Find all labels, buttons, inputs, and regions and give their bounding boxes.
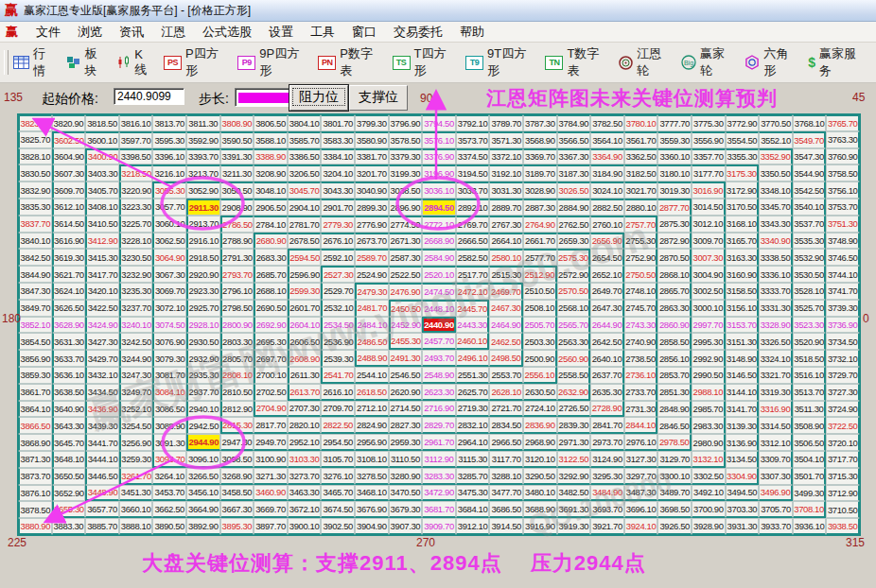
matrix-cell[interactable]: 3009.70 [692, 233, 726, 250]
matrix-cell[interactable]: 3595.30 [152, 131, 186, 148]
matrix-cell[interactable]: 3182.50 [624, 164, 658, 182]
matrix-cell[interactable]: 3520.90 [793, 333, 827, 350]
matrix-cell[interactable]: 3544.90 [793, 164, 827, 182]
matrix-cell[interactable]: 3547.30 [793, 148, 827, 165]
matrix-cell[interactable]: 3072.10 [152, 300, 186, 317]
matrix-cell[interactable]: 3396.10 [152, 148, 186, 165]
matrix-cell[interactable]: 3232.90 [119, 266, 153, 283]
matrix-cell[interactable]: 3422.50 [85, 300, 119, 317]
matrix-cell[interactable]: 3271.30 [254, 468, 288, 485]
matrix-cell[interactable]: 3441.70 [85, 434, 119, 451]
matrix-cell[interactable]: 3324.10 [759, 350, 793, 367]
matrix-cell[interactable]: 2877.70 [657, 199, 692, 216]
matrix-cell[interactable]: 3768.10 [793, 114, 827, 131]
matrix-cell[interactable]: 3307.30 [759, 468, 793, 485]
matrix-cell[interactable]: 3340.90 [759, 233, 793, 250]
matrix-cell[interactable]: 3412.90 [85, 233, 119, 250]
matrix-cell[interactable]: 3698.50 [657, 501, 692, 518]
matrix-cell[interactable]: 3532.90 [793, 249, 827, 266]
matrix-cell[interactable]: 3136.90 [726, 434, 760, 451]
matrix-cell[interactable]: 2829.70 [422, 417, 456, 434]
matrix-cell[interactable]: 2834.50 [489, 417, 523, 434]
matrix-cell[interactable]: 3633.70 [52, 350, 86, 367]
matrix-cell[interactable]: 3038.50 [389, 182, 423, 199]
matrix-cell[interactable]: 2824.90 [355, 417, 389, 434]
matrix-cell[interactable]: 2923.30 [186, 283, 220, 300]
matrix-cell[interactable]: 3873.70 [18, 468, 52, 485]
matrix-cell[interactable]: 3280.90 [389, 468, 423, 485]
matrix-cell[interactable]: 2716.90 [422, 401, 456, 418]
matrix-cell[interactable]: 3816.10 [119, 114, 153, 131]
matrix-cell[interactable]: 3499.30 [793, 485, 827, 502]
matrix-cell[interactable]: 3158.50 [726, 283, 760, 300]
toolbar-item-T四方形[interactable]: TST四方形 [393, 45, 456, 79]
matrix-cell[interactable]: 3338.50 [759, 249, 793, 266]
matrix-cell[interactable]: 2690.50 [254, 300, 288, 317]
matrix-cell[interactable]: 2947.30 [220, 434, 254, 451]
matrix-cell[interactable]: 3201.70 [355, 164, 389, 182]
matrix-cell[interactable]: 3206.50 [288, 164, 322, 182]
matrix-cell[interactable]: 3643.30 [52, 417, 86, 434]
matrix-cell[interactable]: 2661.70 [523, 233, 557, 250]
matrix-cell[interactable]: 3273.70 [288, 468, 322, 485]
matrix-cell[interactable]: 3160.90 [726, 266, 760, 283]
matrix-cell[interactable]: 3256.90 [119, 434, 153, 451]
matrix-cell[interactable]: 2570.50 [557, 283, 591, 300]
matrix-cell[interactable]: 3468.10 [355, 485, 389, 502]
matrix-cell[interactable]: 2714.50 [389, 401, 423, 418]
matrix-cell[interactable]: 3165.70 [726, 233, 760, 250]
matrix-cell[interactable]: 3621.70 [52, 266, 86, 283]
matrix-cell[interactable]: 3043.30 [321, 182, 355, 199]
matrix-cell[interactable]: 3880.90 [18, 518, 52, 535]
matrix-cell[interactable]: 3112.90 [422, 451, 456, 468]
matrix-cell[interactable]: 3321.70 [759, 367, 793, 384]
matrix-cell[interactable]: 3878.50 [18, 501, 52, 518]
matrix-cell[interactable]: 3609.70 [52, 182, 86, 199]
matrix-cell[interactable]: 2572.90 [557, 266, 591, 283]
matrix-cell[interactable]: 3259.30 [119, 451, 153, 468]
matrix-cell[interactable]: 3614.50 [52, 216, 86, 233]
matrix-cell[interactable]: 2827.30 [389, 417, 423, 434]
matrix-cell[interactable]: 2589.70 [355, 249, 389, 266]
matrix-cell[interactable]: 2520.10 [422, 266, 456, 283]
matrix-cell[interactable]: 3230.50 [119, 249, 153, 266]
matrix-cell[interactable]: 2455.30 [389, 333, 423, 350]
matrix-cell[interactable]: 3453.70 [152, 485, 186, 502]
matrix-cell[interactable]: 3667.30 [220, 501, 254, 518]
matrix-cell[interactable]: 2558.50 [557, 367, 591, 384]
matrix-cell[interactable]: 3360.10 [657, 148, 692, 165]
matrix-cell[interactable]: 2752.90 [624, 249, 658, 266]
matrix-cell[interactable]: 2906.50 [254, 199, 288, 216]
matrix-cell[interactable]: 3266.50 [186, 468, 220, 485]
matrix-cell[interactable]: 2505.70 [523, 317, 557, 334]
matrix-cell[interactable]: 3069.70 [152, 283, 186, 300]
matrix-cell[interactable]: 3494.50 [726, 485, 760, 502]
matrix-cell[interactable]: 2544.10 [355, 367, 389, 384]
matrix-cell[interactable]: 3864.10 [18, 401, 52, 418]
matrix-cell[interactable]: 3676.90 [355, 501, 389, 518]
matrix-cell[interactable]: 3902.50 [321, 518, 355, 535]
matrix-cell[interactable]: 3808.90 [220, 114, 254, 131]
matrix-cell[interactable]: 2892.10 [456, 199, 490, 216]
matrix-cell[interactable]: 2618.50 [355, 384, 389, 401]
matrix-cell-highlight[interactable]: 2894.50 [422, 199, 456, 216]
matrix-cell[interactable]: 3079.30 [152, 350, 186, 367]
matrix-cell[interactable]: 3357.70 [692, 148, 726, 165]
matrix-cell[interactable]: 3616.90 [52, 233, 86, 250]
matrix-cell[interactable]: 2508.10 [523, 300, 557, 317]
matrix-cell[interactable]: 3105.70 [321, 451, 355, 468]
matrix-cell[interactable]: 3828.10 [18, 148, 52, 165]
matrix-cell[interactable]: 2575.30 [557, 249, 591, 266]
matrix-cell[interactable]: 3861.70 [18, 384, 52, 401]
matrix-cell[interactable]: 3088.90 [152, 417, 186, 434]
matrix-cell[interactable]: 3115.30 [456, 451, 490, 468]
matrix-cell[interactable]: 3144.10 [726, 384, 760, 401]
toolbar-item-行情[interactable]: 行情 [13, 45, 56, 79]
matrix-cell[interactable]: 3386.50 [288, 148, 322, 165]
matrix-cell[interactable]: 2500.90 [523, 350, 557, 367]
menu-item-浏览[interactable]: 浏览 [69, 23, 111, 41]
matrix-cell[interactable]: 3849.70 [18, 300, 52, 317]
matrix-cell[interactable]: 3345.70 [759, 199, 793, 216]
matrix-cell[interactable]: 3650.50 [52, 468, 86, 485]
matrix-cell[interactable]: 2870.50 [657, 249, 692, 266]
